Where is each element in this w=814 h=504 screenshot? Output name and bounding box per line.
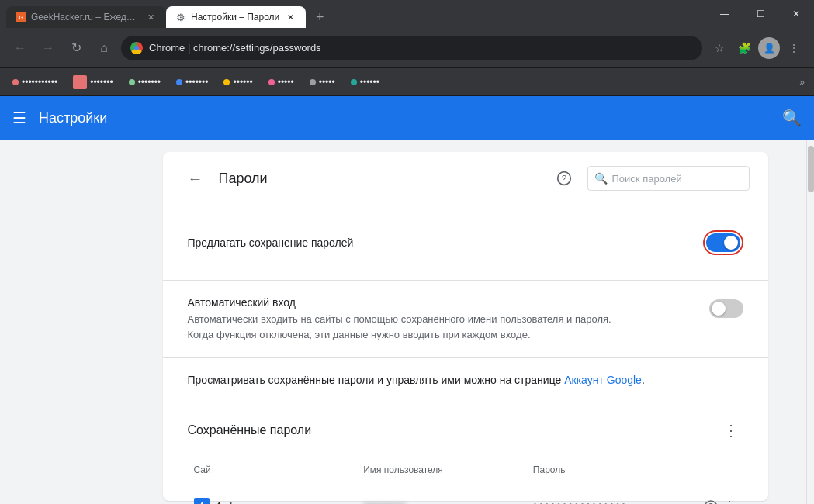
settings-body: ← Пароли ? 🔍 <box>0 140 814 504</box>
address-icons: ☆ 🧩 👤 ⋮ <box>708 37 805 59</box>
bookmark-1[interactable]: ••••••••••• <box>6 73 64 91</box>
bookmark-6[interactable]: ••••• <box>262 73 300 91</box>
cell-password: •••••••••••••••• <box>527 495 697 504</box>
tab-2[interactable]: ⚙ Настройки – Пароли ✕ <box>166 6 306 28</box>
menu-icon[interactable]: ⋮ <box>783 37 805 59</box>
tab-1-favicon: G <box>16 12 26 22</box>
bookmark-4[interactable]: ••••••• <box>170 73 214 91</box>
bookmarks-bar: ••••••••••• ••••••• ••••••• ••••••• ••••… <box>0 68 814 96</box>
offer-save-row: Предлагать сохранение паролей <box>188 224 743 261</box>
bookmark-7[interactable]: ••••• <box>303 73 341 91</box>
address-bar: ← → ↻ ⌂ Chrome | chrome://settings/passw… <box>0 28 814 68</box>
tab-2-close[interactable]: ✕ <box>284 11 296 23</box>
bookmark-1-label: ••••••••••• <box>22 77 57 88</box>
bookmark-2[interactable]: ••••••• <box>67 73 119 91</box>
bookmark-1-icon <box>12 79 19 85</box>
google-account-prefix: Просматривать сохранённые пароли и управ… <box>188 374 565 386</box>
maximize-button[interactable]: ☐ <box>743 0 778 28</box>
browser-frame: G GeekHacker.ru – Ежедневный ж... ✕ ⚙ На… <box>0 0 814 504</box>
auto-login-text: Автоматический вход Автоматически входит… <box>188 296 697 342</box>
tab-2-label: Настройки – Пароли <box>191 12 279 22</box>
page-content: ☰ Настройки 🔍 ← Пароли ? <box>0 96 814 504</box>
minimize-button[interactable]: — <box>707 0 743 28</box>
offer-save-label: Предлагать сохранение паролей <box>188 236 354 249</box>
bookmark-8[interactable]: •••••• <box>345 73 386 91</box>
bookmark-8-label: •••••• <box>360 77 379 88</box>
col-actions <box>697 461 743 478</box>
saved-passwords-section: Сохранённые пароли ⋮ Сайт Имя пользовате… <box>163 402 768 504</box>
google-account-link[interactable]: Аккаунт Google <box>564 374 642 386</box>
offer-save-toggle[interactable] <box>706 233 740 252</box>
address-text: Chrome | chrome://settings/passwords <box>149 42 693 54</box>
reload-button[interactable]: ↻ <box>65 37 87 59</box>
settings-title: Настройки <box>39 110 770 126</box>
tab-2-favicon: ⚙ <box>175 12 186 22</box>
bookmark-5-icon <box>223 79 230 85</box>
back-nav-button[interactable]: ← <box>9 37 31 59</box>
address-input[interactable]: Chrome | chrome://settings/passwords <box>121 36 702 60</box>
title-bar: G GeekHacker.ru – Ежедневный ж... ✕ ⚙ На… <box>0 0 814 28</box>
table-row: 4 4pda.ru •••••••••••• •••••••••••••••• <box>188 485 743 504</box>
col-password: Пароль <box>527 461 697 478</box>
row-more-button[interactable]: ⋮ <box>722 495 737 504</box>
passwords-table: Сайт Имя пользователя Пароль 4 4pda.ru <box>188 455 743 504</box>
window-controls: — ☐ ✕ <box>707 0 814 28</box>
table-header: Сайт Имя пользователя Пароль <box>188 455 743 485</box>
bookmark-5-label: •••••• <box>233 77 252 88</box>
saved-passwords-more-button[interactable]: ⋮ <box>719 418 743 443</box>
passwords-search-wrap: 🔍 <box>587 166 750 191</box>
settings-search-icon[interactable]: 🔍 <box>782 109 802 127</box>
bookmark-7-icon <box>310 79 316 85</box>
saved-passwords-title: Сохранённые пароли <box>188 423 312 437</box>
bookmark-8-icon <box>351 79 357 85</box>
google-account-section: Просматривать сохранённые пароли и управ… <box>163 358 768 402</box>
passwords-search-input[interactable] <box>612 173 743 185</box>
profile-icon[interactable]: 👤 <box>758 37 780 59</box>
content-card: ← Пароли ? 🔍 <box>163 152 768 501</box>
svg-text:?: ? <box>561 173 566 183</box>
settings-header: ☰ Настройки 🔍 <box>0 96 814 140</box>
bookmark-star-icon[interactable]: ☆ <box>708 37 730 59</box>
bookmark-2-label: ••••••• <box>90 77 113 88</box>
tab-1[interactable]: G GeekHacker.ru – Ежедневный ж... ✕ <box>6 6 166 28</box>
col-site: Сайт <box>188 461 358 478</box>
address-brand: Chrome <box>149 42 185 54</box>
auto-login-toggle[interactable] <box>709 299 743 318</box>
new-tab-button[interactable]: + <box>309 6 331 28</box>
url-separator: | <box>188 42 193 54</box>
url-scheme-text: chrome:// <box>193 42 235 54</box>
cell-row-actions: ⋮ <box>697 492 743 504</box>
username-blurred: •••••••••••• <box>363 500 406 505</box>
bookmark-4-icon <box>176 79 182 85</box>
bookmark-4-label: ••••••• <box>185 77 208 88</box>
bookmarks-more-button[interactable]: » <box>796 77 808 88</box>
extensions-icon[interactable]: 🧩 <box>733 37 755 59</box>
auto-login-slider <box>709 299 743 318</box>
offer-save-toggle-highlight <box>703 230 743 255</box>
show-password-button[interactable] <box>703 495 719 504</box>
offer-save-section: Предлагать сохранение паролей <box>163 205 768 281</box>
forward-nav-button[interactable]: → <box>37 37 59 59</box>
bookmark-3[interactable]: ••••••• <box>123 73 167 91</box>
passwords-help-icon[interactable]: ? <box>550 164 578 192</box>
tab-1-close[interactable]: ✕ <box>144 11 157 23</box>
tab-1-label: GeekHacker.ru – Ежедневный ж... <box>31 12 140 22</box>
google-account-text: Просматривать сохранённые пароли и управ… <box>188 374 743 386</box>
scrollbar[interactable] <box>806 140 814 504</box>
bookmark-3-label: ••••••• <box>138 77 161 88</box>
google-account-suffix: . <box>642 374 645 386</box>
auto-login-desc: Автоматически входить на сайты с помощью… <box>188 312 669 342</box>
home-button[interactable]: ⌂ <box>93 37 115 59</box>
saved-passwords-header: Сохранённые пароли ⋮ <box>188 418 743 443</box>
password-dots: •••••••••••••••• <box>533 499 628 504</box>
site-favicon-4pda: 4 <box>194 498 210 504</box>
passwords-back-button[interactable]: ← <box>182 164 210 192</box>
url-path: settings/passwords <box>235 42 321 54</box>
bookmark-7-label: ••••• <box>319 77 335 88</box>
settings-menu-icon[interactable]: ☰ <box>12 109 26 127</box>
passwords-header: ← Пароли ? 🔍 <box>163 152 768 205</box>
auto-login-section: Автоматический вход Автоматически входит… <box>163 281 768 358</box>
bookmark-5[interactable]: •••••• <box>217 73 258 91</box>
passwords-search-icon: 🔍 <box>594 172 608 185</box>
close-button[interactable]: ✕ <box>778 0 814 28</box>
